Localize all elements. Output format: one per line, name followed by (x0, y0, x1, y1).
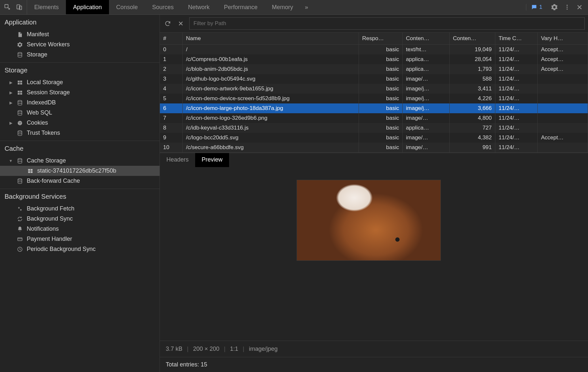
tab-memory[interactable]: Memory (265, 0, 300, 14)
table-row[interactable]: 8/c/idb-keyval-c33d3116.jsbasicapplica…7… (160, 123, 588, 133)
col-header-content-length[interactable]: Conten… (450, 33, 495, 44)
sync-icon (16, 216, 23, 222)
table-row[interactable]: 5/c/icon-demo-device-screen-5d52d8b9.jpg… (160, 94, 588, 103)
status-dims: 200 × 200 (193, 346, 220, 352)
cell-time: 11/24/… (495, 143, 538, 152)
cell-vary (538, 103, 588, 113)
messages-badge[interactable]: 1 (526, 4, 545, 10)
cell-index: 8 (160, 123, 183, 133)
table-row[interactable]: 7/c/icon-demo-logo-326ed9b6.pngbasicimag… (160, 113, 588, 123)
cell-content-type: image/… (403, 113, 450, 123)
cell-content-type: image/j… (403, 94, 450, 103)
cell-index: 9 (160, 133, 183, 143)
cell-response: basic (359, 64, 403, 74)
close-icon[interactable] (576, 4, 583, 10)
sidebar-item-cookies[interactable]: ▶ Cookies (0, 118, 160, 128)
cell-time: 11/24/… (495, 113, 538, 123)
cell-content-length: 4,382 (450, 133, 495, 143)
sidebar-item-service-workers[interactable]: ▶ Service Workers (0, 39, 160, 50)
sidebar-label: Background Fetch (27, 205, 74, 212)
sidebar-item-trust-tokens[interactable]: ▶ Trust Tokens (0, 128, 160, 138)
database-icon (16, 100, 23, 106)
cell-content-type: image/… (403, 133, 450, 143)
sidebar-item-payment-handler[interactable]: ▶ Payment Handler (0, 234, 160, 244)
col-header-response[interactable]: Respo… (359, 33, 403, 44)
preview-status-line: 3.7 kB| 200 × 200| 1:1| image/jpeg (160, 341, 588, 357)
sidebar-label: Local Storage (27, 79, 63, 86)
sidebar-label: Session Storage (27, 89, 70, 96)
device-toolbar-icon[interactable] (16, 4, 23, 11)
sidebar-item-cache-storage[interactable]: ▼ Cache Storage (0, 156, 160, 166)
section-header-storage: Storage (0, 63, 160, 77)
svg-rect-25 (28, 171, 30, 173)
more-tabs-icon[interactable]: » (300, 4, 313, 11)
sidebar-item-cache-entry[interactable]: static-3741017226db5c27f50b (0, 166, 160, 176)
tab-console[interactable]: Console (109, 0, 145, 14)
sidebar-label: Cookies (27, 119, 48, 126)
cell-vary (538, 123, 588, 133)
sidebar-item-bg-fetch[interactable]: ▶ Background Fetch (0, 204, 160, 214)
sidebar-item-session-storage[interactable]: ▶ Session Storage (0, 87, 160, 98)
col-header-name[interactable]: Name (183, 33, 359, 44)
cell-content-length: 3,666 (450, 103, 495, 113)
svg-point-6 (18, 52, 22, 54)
svg-rect-7 (18, 81, 20, 82)
devtools-tabbar: ElementsApplicationConsoleSourcesNetwork… (0, 0, 588, 15)
col-header-vary[interactable]: Vary H… (538, 33, 588, 44)
sidebar-label: Back-forward Cache (27, 178, 80, 184)
table-row[interactable]: 1/c/Compress-00b1eafa.jsbasicapplica…28,… (160, 54, 588, 64)
tab-sources[interactable]: Sources (145, 0, 181, 14)
sidebar-item-local-storage[interactable]: ▶ Local Storage (0, 77, 160, 87)
sidebar-item-backforward-cache[interactable]: ▶ Back-forward Cache (0, 176, 160, 186)
cell-content-type: applica… (403, 123, 450, 133)
cell-content-type: applica… (403, 64, 450, 74)
sidebar-item-notifications[interactable]: ▶ Notifications (0, 224, 160, 234)
tab-network[interactable]: Network (181, 0, 217, 14)
table-row[interactable]: 10/c/secure-a66bbdfe.svgbasicimage/…9911… (160, 143, 588, 152)
detail-tab-headers[interactable]: Headers (160, 153, 195, 167)
table-row[interactable]: 4/c/icon-demo-artwork-9eba1655.jpgbasici… (160, 84, 588, 94)
cell-vary (538, 74, 588, 84)
detail-tabs: Headers Preview (160, 153, 588, 167)
col-header-content-type[interactable]: Conten… (403, 33, 450, 44)
tab-performance[interactable]: Performance (217, 0, 265, 14)
cell-time: 11/24/… (495, 123, 538, 133)
table-row[interactable]: 0/basictext/ht…19,04911/24/…Accept… (160, 45, 588, 54)
cell-time: 11/24/… (495, 103, 538, 113)
tab-application[interactable]: Application (66, 0, 109, 14)
kebab-menu-icon[interactable] (564, 4, 570, 10)
cell-vary: Accept… (538, 45, 588, 54)
clear-icon[interactable] (176, 19, 185, 28)
sidebar-item-bg-sync[interactable]: ▶ Background Sync (0, 214, 160, 224)
filter-input[interactable] (189, 17, 585, 30)
cell-time: 11/24/… (495, 74, 538, 84)
section-header-bgsvc: Background Services (0, 189, 160, 204)
cache-table: # Name Respo… Conten… Conten… Time C… Va… (160, 33, 588, 153)
detail-tab-preview[interactable]: Preview (195, 153, 229, 167)
cell-content-type: image/… (403, 143, 450, 152)
sidebar-item-periodic-sync[interactable]: ▶ Periodic Background Sync (0, 244, 160, 254)
svg-rect-8 (20, 81, 22, 82)
cell-content-length: 588 (450, 74, 495, 84)
sidebar-label: Notifications (27, 225, 59, 232)
table-row[interactable]: 2/c/blob-anim-2db05bdc.jsbasicapplica…1,… (160, 64, 588, 74)
col-header-time-cached[interactable]: Time C… (495, 33, 538, 44)
table-row[interactable]: 3/c/github-logo-bc05494c.svgbasicimage/…… (160, 74, 588, 84)
svg-rect-13 (18, 93, 20, 94)
table-row[interactable]: 9/c/logo-bcc20dd5.svgbasicimage/…4,38211… (160, 133, 588, 143)
sidebar-item-manifest[interactable]: ▶ Manifest (0, 29, 160, 39)
tab-elements[interactable]: Elements (27, 0, 66, 14)
settings-icon[interactable] (551, 4, 558, 11)
table-row[interactable]: 6/c/icon-demo-large-photo-18da387a.jpgba… (160, 103, 588, 113)
inspect-icon[interactable] (4, 4, 11, 11)
status-size: 3.7 kB (166, 346, 182, 352)
col-header-index[interactable]: # (160, 33, 183, 44)
refresh-icon[interactable] (163, 19, 172, 28)
preview-image (297, 180, 441, 260)
svg-rect-26 (31, 171, 33, 173)
sidebar-item-storage[interactable]: ▶ Storage (0, 50, 160, 60)
sidebar-label: IndexedDB (27, 99, 56, 106)
sidebar-item-indexeddb[interactable]: ▶ IndexedDB (0, 98, 160, 108)
sidebar-label: Storage (27, 51, 47, 58)
sidebar-item-websql[interactable]: ▶ Web SQL (0, 108, 160, 118)
